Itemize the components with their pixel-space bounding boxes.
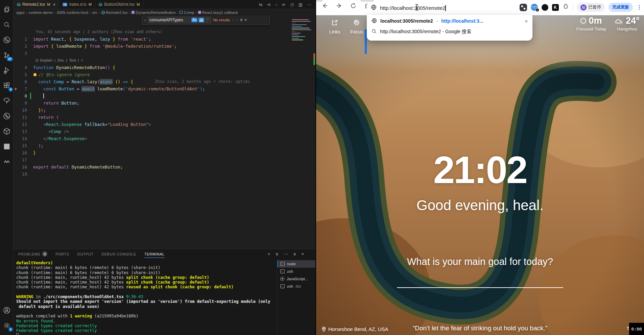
breadcrumb-item-Comp[interactable]: Comp: [180, 10, 194, 15]
session-label: node: [287, 262, 296, 266]
run-circle-icon[interactable]: [0, 109, 14, 123]
split-editor-icon[interactable]: ▥: [299, 2, 303, 7]
source-control-icon[interactable]: 47: [0, 48, 14, 62]
whole-word-button[interactable]: ab: [198, 18, 204, 22]
breadcrumb-item-3005-runtime-host[interactable]: 3005-runtime-host: [57, 10, 88, 15]
search-icon[interactable]: [0, 18, 14, 31]
tab-ButtonOldAnt.tsx[interactable]: ButtonOldAnt.tsxM: [95, 0, 143, 9]
find-input[interactable]: consumeAPITypes Aa ab .*: [148, 17, 211, 23]
active-tab-hint[interactable]: [322, 0, 361, 2]
breadcrumb-item-apps[interactable]: apps: [16, 10, 25, 15]
more-actions-icon[interactable]: ⋯: [307, 2, 311, 7]
line-number: 6: [14, 78, 30, 85]
find-in-selection-icon[interactable]: ≡: [240, 18, 242, 22]
omnibox-suggestion[interactable]: http://localhost:3005/remote2 - Google 搜…: [367, 26, 532, 37]
terminal-output[interactable]: defaultVendors)chunk (runtime: main) 6 b…: [16, 261, 276, 335]
paused-extension-pill[interactable]: 已暂停: [577, 3, 605, 12]
nav-forward-icon[interactable]: ⊳: [282, 2, 286, 7]
browser-menu-icon[interactable]: ⋮: [637, 6, 640, 9]
nav-dot-icon[interactable]: ○: [275, 2, 278, 7]
terminal-session-zsh[interactable]: >_zsh: [277, 268, 315, 275]
gutter-decoration: [30, 99, 33, 107]
close-panel-icon[interactable]: ×: [301, 251, 304, 256]
omnibox-suggestion[interactable]: localhost:3005/remote2-http://localhost:…: [367, 16, 532, 26]
codelens-dismiss[interactable]: ×: [81, 57, 83, 64]
weather-widget[interactable]: 24° Hangzhou: [612, 16, 642, 31]
timeline-icon[interactable]: ◷: [290, 2, 294, 7]
gutter-decoration: [30, 50, 33, 57]
breadcrumb-item-React.lazy() callback[interactable]: React.lazy() callback: [198, 10, 238, 15]
code-line-18: 18export default DynamicRemoteButton;: [14, 163, 315, 171]
breakpoint-marker[interactable]: [15, 88, 17, 90]
extension-circle-icon[interactable]: [542, 4, 548, 11]
squiggle-extension-icon[interactable]: [0, 155, 14, 169]
source-control-graph-icon[interactable]: [0, 33, 14, 47]
tab-index.d.ts[interactable]: TSindex.d.tsM: [59, 0, 95, 9]
breadcrumb-item-Remote2.tsx[interactable]: Remote2.tsx: [101, 10, 128, 15]
extension-globe-icon[interactable]: 1: [531, 4, 538, 11]
code-line-3: 3: [14, 50, 315, 57]
explorer-icon[interactable]: [0, 3, 14, 16]
panel-more-icon[interactable]: ⋯: [284, 251, 288, 256]
update-chrome-pill[interactable]: 完成更新: [609, 3, 633, 12]
lightbulb-icon[interactable]: [33, 73, 37, 76]
code-line-10: 10 });: [14, 107, 315, 114]
terminal-session-JavaScript...[interactable]: JavaScript...: [277, 275, 315, 283]
breadcrumb-item-runtime-demo[interactable]: runtime-demo: [29, 10, 53, 15]
compare-changes-icon[interactable]: ⇆: [259, 2, 263, 7]
omnibox[interactable]: http://localhost:3005/remote2: [367, 1, 532, 15]
tab-Remote2.tsx[interactable]: Remote2.tsxM×: [14, 0, 59, 9]
settings-gear-icon[interactable]: 1: [0, 319, 14, 332]
find-next-icon[interactable]: ↓: [236, 18, 238, 22]
remove-suggestion-icon[interactable]: ×: [525, 18, 528, 24]
panel-tab-problems[interactable]: PROBLEMS8: [18, 249, 47, 259]
focused-today-widget[interactable]: 0m Focused Today: [572, 16, 610, 31]
extension-darksquare-icon[interactable]: [520, 4, 527, 11]
code-line-4: 4function DynamicRemoteButton() {: [14, 64, 315, 71]
forward-button[interactable]: [336, 2, 342, 10]
todo-tree-icon[interactable]: [0, 94, 14, 108]
terminal-session-node[interactable]: >_node: [277, 260, 315, 268]
panel-tab-output[interactable]: OUTPUT: [77, 249, 93, 259]
find-previous-icon[interactable]: ↑: [232, 18, 234, 22]
find-close-icon[interactable]: ×: [244, 18, 247, 22]
panel-tab-ports[interactable]: PORTS: [55, 249, 69, 259]
links-widget[interactable]: Links: [325, 19, 345, 35]
minimap[interactable]: [292, 18, 313, 49]
goal-input-underline[interactable]: [397, 287, 563, 288]
code-line-7: 7 const Button = await loadRemote('dynam…: [14, 85, 315, 92]
panel-tab-debug-console[interactable]: DEBUG CONSOLE: [102, 249, 136, 259]
account-icon[interactable]: [0, 304, 14, 317]
extensions-icon[interactable]: 4: [0, 79, 14, 92]
extensions-puzzle-icon[interactable]: [563, 3, 569, 11]
gutter-decoration: [30, 71, 33, 78]
terminal-dropdown-icon[interactable]: ∨: [275, 251, 279, 256]
breadcrumb-item-DynamicRemoteButton[interactable]: DynamicRemoteButton: [132, 10, 175, 15]
code-editor[interactable]: You, 43 seconds ago | 2 authors (Zhou xi…: [14, 16, 315, 249]
run-debug-icon[interactable]: [0, 64, 14, 77]
match-case-button[interactable]: Aa: [191, 18, 197, 22]
grid-icon[interactable]: [0, 140, 14, 153]
toggle-replace-icon[interactable]: ›: [144, 18, 146, 22]
maximize-panel-icon[interactable]: ∧: [293, 251, 296, 256]
gutter-decoration: [30, 121, 33, 128]
terminal-session-zsh[interactable]: >_zshdist: [277, 283, 315, 290]
back-button[interactable]: [321, 2, 328, 10]
breadcrumb-label: DynamicRemoteButton: [136, 10, 175, 15]
url-text[interactable]: http://localhost:3005/remote2: [380, 5, 445, 11]
codelens-doc[interactable]: Doc: [57, 57, 64, 64]
new-terminal-icon[interactable]: +: [268, 251, 270, 256]
reload-button[interactable]: [350, 2, 357, 10]
codelens-explain[interactable]: Explain: [40, 57, 52, 64]
panel-tab-terminal[interactable]: TERMINAL: [144, 249, 165, 259]
nav-back-icon[interactable]: ⊲: [267, 2, 271, 7]
breadcrumb-item-src[interactable]: src: [92, 10, 97, 15]
close-tab-icon[interactable]: ×: [53, 2, 56, 7]
codelens-test[interactable]: Test: [69, 57, 76, 64]
kagi-extension-icon[interactable]: K: [552, 4, 559, 11]
focus-widget[interactable]: Focus: [347, 19, 367, 35]
mouse-cursor: [415, 4, 419, 13]
cube-icon[interactable]: [0, 125, 14, 138]
regex-button[interactable]: .*: [205, 18, 210, 22]
find-query[interactable]: consumeAPITypes: [149, 18, 190, 22]
